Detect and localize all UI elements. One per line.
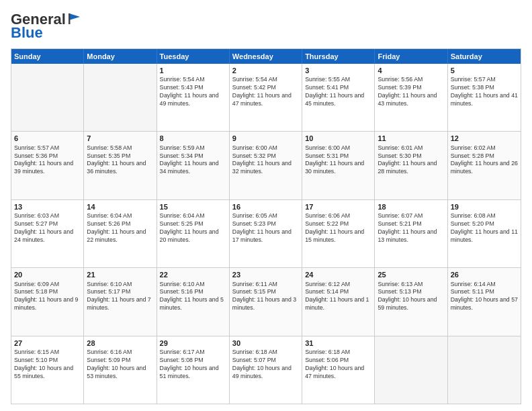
day-info: Sunrise: 6:04 AMSunset: 5:25 PMDaylight:… [160,212,226,244]
calendar-row-1: 1Sunrise: 5:54 AMSunset: 5:43 PMDaylight… [11,64,521,131]
logo: General Blue [11,11,82,42]
weekday-header-saturday: Saturday [448,49,521,64]
day-number: 3 [305,66,371,75]
weekday-header-wednesday: Wednesday [230,49,302,64]
day-cell-7: 7Sunrise: 5:58 AMSunset: 5:35 PMDaylight… [84,132,157,199]
day-info: Sunrise: 5:54 AMSunset: 5:42 PMDaylight:… [232,76,299,108]
weekday-header-monday: Monday [84,49,157,64]
day-cell-14: 14Sunrise: 6:04 AMSunset: 5:26 PMDayligh… [84,200,157,267]
day-info: Sunrise: 6:17 AMSunset: 5:08 PMDaylight:… [160,349,226,381]
day-cell-17: 17Sunrise: 6:06 AMSunset: 5:22 PMDayligh… [302,200,375,267]
day-info: Sunrise: 6:06 AMSunset: 5:22 PMDaylight:… [305,212,371,244]
day-cell-19: 19Sunrise: 6:08 AMSunset: 5:20 PMDayligh… [448,200,521,267]
day-number: 9 [232,134,299,143]
calendar-row-2: 6Sunrise: 5:57 AMSunset: 5:36 PMDaylight… [11,131,521,199]
weekday-header-sunday: Sunday [11,49,84,64]
day-number: 16 [232,202,299,212]
day-number: 23 [232,270,299,279]
empty-cell [11,64,84,131]
day-number: 20 [14,270,81,279]
day-number: 10 [305,134,371,143]
day-cell-9: 9Sunrise: 6:00 AMSunset: 5:32 PMDaylight… [230,132,302,199]
day-cell-24: 24Sunrise: 6:12 AMSunset: 5:14 PMDayligh… [302,268,375,335]
day-info: Sunrise: 6:07 AMSunset: 5:21 PMDaylight:… [378,212,444,244]
day-number: 7 [87,134,153,143]
day-info: Sunrise: 6:11 AMSunset: 5:15 PMDaylight:… [232,281,299,313]
day-number: 27 [14,338,81,348]
day-number: 21 [87,270,153,279]
logo-flag-icon [67,11,82,26]
day-info: Sunrise: 6:05 AMSunset: 5:23 PMDaylight:… [232,212,299,244]
day-number: 30 [232,338,299,348]
day-number: 24 [305,270,371,279]
weekday-header-tuesday: Tuesday [157,49,230,64]
day-number: 22 [160,270,226,279]
day-number: 31 [305,338,371,348]
day-info: Sunrise: 5:58 AMSunset: 5:35 PMDaylight:… [87,144,153,177]
empty-cell [84,64,157,131]
day-number: 19 [451,202,518,212]
day-number: 13 [14,202,81,212]
day-info: Sunrise: 6:10 AMSunset: 5:17 PMDaylight:… [87,281,153,313]
day-cell-8: 8Sunrise: 5:59 AMSunset: 5:34 PMDaylight… [157,132,230,199]
day-cell-6: 6Sunrise: 5:57 AMSunset: 5:36 PMDaylight… [11,132,84,199]
day-cell-18: 18Sunrise: 6:07 AMSunset: 5:21 PMDayligh… [375,200,447,267]
day-number: 12 [451,134,518,143]
day-number: 5 [451,66,518,75]
day-cell-29: 29Sunrise: 6:17 AMSunset: 5:08 PMDayligh… [157,336,230,404]
day-number: 11 [378,134,444,143]
day-info: Sunrise: 6:02 AMSunset: 5:28 PMDaylight:… [451,144,518,177]
svg-rect-1 [69,13,71,24]
weekday-header-friday: Friday [375,49,447,64]
day-info: Sunrise: 6:00 AMSunset: 5:32 PMDaylight:… [232,144,299,177]
day-cell-5: 5Sunrise: 5:57 AMSunset: 5:38 PMDaylight… [448,64,521,131]
calendar-header: SundayMondayTuesdayWednesdayThursdayFrid… [11,49,521,64]
day-cell-15: 15Sunrise: 6:04 AMSunset: 5:25 PMDayligh… [157,200,230,267]
day-cell-4: 4Sunrise: 5:56 AMSunset: 5:39 PMDaylight… [375,64,447,131]
day-cell-12: 12Sunrise: 6:02 AMSunset: 5:28 PMDayligh… [448,132,521,199]
day-info: Sunrise: 5:59 AMSunset: 5:34 PMDaylight:… [160,144,226,177]
empty-cell [448,336,521,404]
day-info: Sunrise: 5:57 AMSunset: 5:38 PMDaylight:… [451,76,518,108]
day-number: 25 [378,270,444,279]
day-info: Sunrise: 6:04 AMSunset: 5:26 PMDaylight:… [87,212,153,244]
day-cell-16: 16Sunrise: 6:05 AMSunset: 5:23 PMDayligh… [230,200,302,267]
day-info: Sunrise: 6:03 AMSunset: 5:27 PMDaylight:… [14,212,81,244]
day-number: 14 [87,202,153,212]
day-cell-30: 30Sunrise: 6:18 AMSunset: 5:07 PMDayligh… [230,336,302,404]
day-info: Sunrise: 5:54 AMSunset: 5:43 PMDaylight:… [160,76,226,108]
day-number: 1 [160,66,226,75]
day-number: 18 [378,202,444,212]
day-info: Sunrise: 5:55 AMSunset: 5:41 PMDaylight:… [305,76,371,108]
day-cell-10: 10Sunrise: 6:00 AMSunset: 5:31 PMDayligh… [302,132,375,199]
calendar-row-3: 13Sunrise: 6:03 AMSunset: 5:27 PMDayligh… [11,199,521,267]
day-info: Sunrise: 6:09 AMSunset: 5:18 PMDaylight:… [14,281,81,313]
day-cell-13: 13Sunrise: 6:03 AMSunset: 5:27 PMDayligh… [11,200,84,267]
day-info: Sunrise: 6:18 AMSunset: 5:06 PMDaylight:… [305,349,371,381]
day-info: Sunrise: 6:10 AMSunset: 5:16 PMDaylight:… [160,281,226,313]
calendar-body: 1Sunrise: 5:54 AMSunset: 5:43 PMDaylight… [11,64,521,404]
day-cell-22: 22Sunrise: 6:10 AMSunset: 5:16 PMDayligh… [157,268,230,335]
day-number: 28 [87,338,153,348]
day-info: Sunrise: 6:00 AMSunset: 5:31 PMDaylight:… [305,144,371,177]
day-cell-26: 26Sunrise: 6:14 AMSunset: 5:11 PMDayligh… [448,268,521,335]
day-number: 29 [160,338,226,348]
day-cell-1: 1Sunrise: 5:54 AMSunset: 5:43 PMDaylight… [157,64,230,131]
day-number: 4 [378,66,444,75]
day-cell-25: 25Sunrise: 6:13 AMSunset: 5:13 PMDayligh… [375,268,447,335]
day-cell-21: 21Sunrise: 6:10 AMSunset: 5:17 PMDayligh… [84,268,157,335]
day-info: Sunrise: 6:08 AMSunset: 5:20 PMDaylight:… [451,212,518,244]
day-number: 17 [305,202,371,212]
day-info: Sunrise: 6:14 AMSunset: 5:11 PMDaylight:… [451,281,518,313]
day-number: 15 [160,202,226,212]
svg-marker-0 [69,13,80,20]
day-number: 2 [232,66,299,75]
day-info: Sunrise: 6:13 AMSunset: 5:13 PMDaylight:… [378,281,444,313]
day-number: 6 [14,134,81,143]
empty-cell [375,336,447,404]
day-number: 26 [451,270,518,279]
logo-blue-text: Blue [11,24,43,42]
calendar-row-5: 27Sunrise: 6:15 AMSunset: 5:10 PMDayligh… [11,336,521,404]
day-cell-2: 2Sunrise: 5:54 AMSunset: 5:42 PMDaylight… [230,64,302,131]
day-cell-3: 3Sunrise: 5:55 AMSunset: 5:41 PMDaylight… [302,64,375,131]
